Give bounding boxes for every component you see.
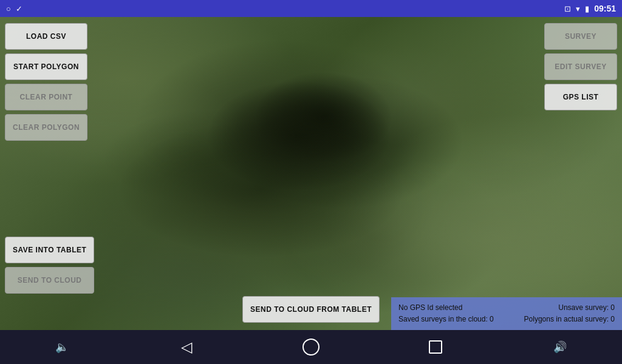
volume-down-icon: 🔈: [55, 340, 69, 354]
recents-icon: [429, 340, 442, 354]
unsave-survey-text: Unsave survey: 0: [558, 302, 615, 314]
survey-button[interactable]: SURVEY: [544, 23, 617, 50]
send-to-cloud-button[interactable]: SEND TO CLOUD: [5, 267, 94, 294]
load-csv-button[interactable]: LOAD CSV: [5, 23, 87, 50]
status-left-icons: ○ ✓: [6, 4, 22, 13]
volume-up-nav[interactable]: 🔊: [545, 332, 575, 362]
clock: 09:51: [594, 4, 616, 13]
edit-survey-button[interactable]: EDIT SURVEY: [544, 53, 617, 80]
home-icon: [302, 339, 320, 356]
wifi-icon: ▾: [576, 4, 580, 13]
clear-point-button[interactable]: CLEAR POINT: [5, 84, 87, 110]
back-icon: ◁: [181, 339, 192, 356]
recents-button[interactable]: [421, 332, 450, 362]
right-panel: SURVEY EDIT SURVEY GPS LIST: [544, 23, 617, 110]
battery-icon: ▮: [585, 4, 589, 13]
clear-polygon-button[interactable]: CLEAR POLYGON: [5, 114, 87, 141]
nav-bar: 🔈 ◁ 🔊: [0, 330, 622, 364]
send-to-cloud-from-tablet-button[interactable]: SEND TO CLOUD FROM TABLET: [242, 296, 380, 323]
back-button[interactable]: ◁: [172, 332, 201, 362]
saved-surveys-text: Saved surveys in the cloud: 0: [398, 314, 494, 325]
notification-icon: ○: [6, 4, 11, 13]
no-gps-id-text: No GPS Id selected: [398, 302, 462, 314]
volume-down-nav[interactable]: 🔈: [47, 332, 77, 362]
bookmark-icon: ✓: [16, 4, 22, 13]
bottom-left-panel: SAVE INTO TABLET SEND TO CLOUD: [5, 237, 94, 294]
status-right-icons: ⊡ ▾ ▮ 09:51: [564, 4, 616, 13]
left-panel: LOAD CSV START POLYGON CLEAR POINT CLEAR…: [5, 23, 87, 141]
gps-list-button[interactable]: GPS LIST: [544, 84, 617, 110]
save-into-tablet-button[interactable]: SAVE INTO TABLET: [5, 237, 94, 263]
bottom-center-panel: SEND TO CLOUD FROM TABLET: [242, 296, 380, 323]
map-view[interactable]: LOAD CSV START POLYGON CLEAR POINT CLEAR…: [0, 17, 622, 330]
status-bar: ○ ✓ ⊡ ▾ ▮ 09:51: [0, 0, 622, 17]
home-button[interactable]: [296, 332, 326, 362]
start-polygon-button[interactable]: START POLYGON: [5, 53, 87, 80]
info-row-1: No GPS Id selected Unsave survey: 0: [398, 302, 615, 314]
info-panel: No GPS Id selected Unsave survey: 0 Save…: [391, 297, 622, 330]
info-row-2: Saved surveys in the cloud: 0 Polygons i…: [398, 314, 615, 325]
volume-up-icon: 🔊: [553, 340, 567, 354]
polygons-actual-text: Polygons in actual survey: 0: [524, 314, 615, 325]
cast-icon: ⊡: [564, 4, 571, 13]
